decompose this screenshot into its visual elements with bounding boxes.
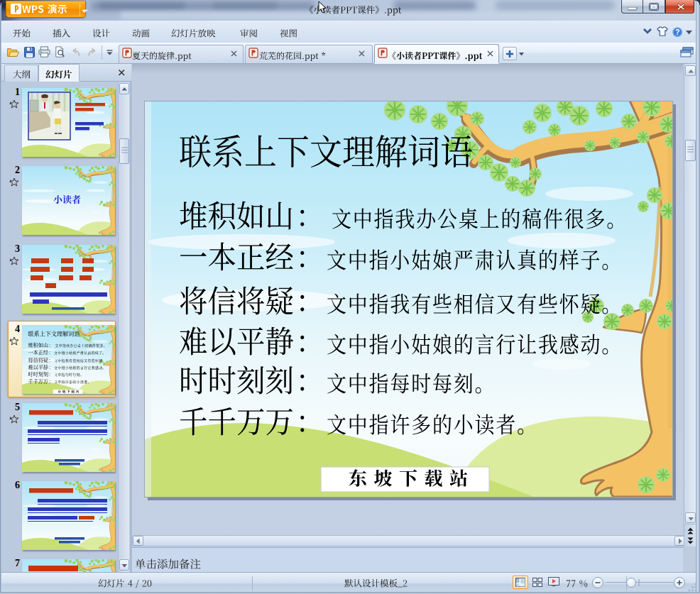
svg-text:?: ? [675,28,679,36]
